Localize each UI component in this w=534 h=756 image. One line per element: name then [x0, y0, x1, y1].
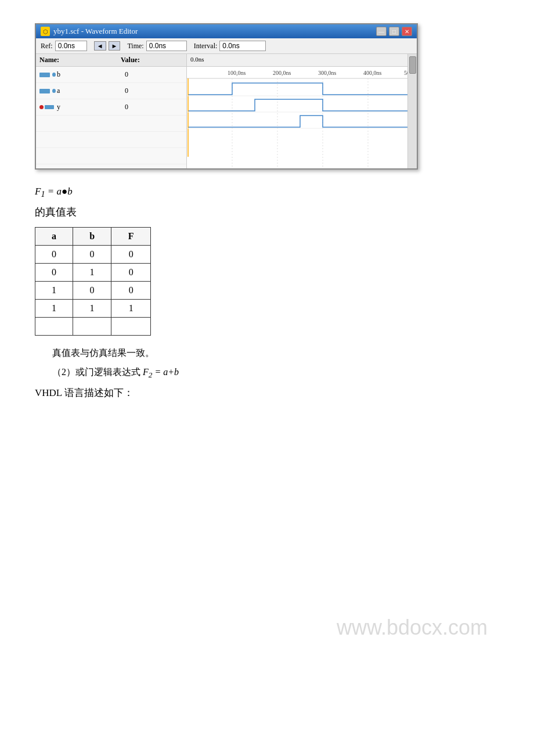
time-label: Time: [127, 42, 143, 51]
th-f: F [111, 228, 151, 246]
signal-row-y[interactable]: y 0 [36, 99, 186, 116]
next-button[interactable]: ► [109, 41, 121, 51]
or-f2-sub: 2 [149, 371, 153, 380]
table-row: 1 1 1 [35, 300, 151, 318]
or-gate-formula: F2 = a+b [143, 367, 179, 377]
truth-table-label: 的真值表 [35, 205, 499, 219]
interval-field: Interval: [194, 41, 266, 51]
ref-field: Ref: [41, 41, 87, 51]
td-empty [73, 318, 111, 336]
signal-row-empty3 [36, 148, 186, 164]
td-a: 1 [35, 300, 73, 318]
td-f: 0 [111, 246, 151, 264]
waveform-editor-window: ⬡ yby1.scf - Waveform Editor — □ ✕ Ref: … [35, 23, 418, 170]
name-col-header: Name: [39, 56, 121, 64]
signal-name-y: y [57, 103, 115, 111]
interval-label: Interval: [194, 42, 218, 51]
ref-input[interactable] [55, 41, 87, 51]
svg-text:100,0ns: 100,0ns [228, 70, 246, 76]
cursor-row: 0.0ns [187, 54, 407, 67]
signal-icon-a [39, 89, 57, 93]
signal-header: Name: Value: [36, 54, 186, 67]
signal-name-b: b [57, 70, 115, 79]
or-gate-line: （2）或门逻辑表达式 F2 = a+b [52, 366, 499, 380]
th-b: b [73, 228, 111, 246]
window-title: yby1.scf - Waveform Editor [53, 27, 138, 36]
svg-text:300,0ns: 300,0ns [318, 70, 337, 76]
td-f: 1 [111, 300, 151, 318]
signal-name-a: a [57, 87, 115, 95]
formula-f1-prefix: F1 [35, 186, 45, 197]
svg-text:500,0: 500,0 [404, 70, 407, 76]
signal-icon-b [39, 73, 57, 77]
timeline-area: 0.0ns 100,0ns 200,0ns 300,0ns 400,0ns 50… [187, 54, 407, 168]
title-controls[interactable]: — □ ✕ [376, 27, 412, 36]
scrollbar-thumb[interactable] [409, 56, 416, 74]
th-a: a [35, 228, 73, 246]
signal-value-b: 0 [115, 70, 138, 79]
minimize-button[interactable]: — [376, 27, 387, 36]
formula-f1-expr: = a●b [45, 186, 72, 197]
svg-text:400,0ns: 400,0ns [363, 70, 382, 76]
cursor-time: 0.0ns [190, 56, 204, 63]
time-field: Time: [127, 41, 186, 51]
interval-input[interactable] [219, 41, 266, 51]
table-row: 1 0 0 [35, 282, 151, 300]
maximize-button[interactable]: □ [389, 27, 399, 36]
conclusion-text: 真值表与仿真结果一致。 [52, 347, 499, 359]
svg-text:200,0ns: 200,0ns [273, 70, 291, 76]
signal-panel: Name: Value: b 0 a 0 [36, 54, 187, 168]
truth-table: a b F 0 0 0 0 1 0 1 0 0 1 1 [35, 227, 151, 336]
time-input[interactable] [146, 41, 187, 51]
title-bar: ⬡ yby1.scf - Waveform Editor — □ ✕ [36, 24, 417, 38]
signal-row-a[interactable]: a 0 [36, 83, 186, 99]
close-button[interactable]: ✕ [402, 27, 412, 36]
td-b: 1 [73, 300, 111, 318]
td-empty [35, 318, 73, 336]
title-bar-left: ⬡ yby1.scf - Waveform Editor [41, 27, 138, 36]
app-icon: ⬡ [41, 27, 50, 36]
signal-icon-y [39, 105, 57, 109]
waveform-svg: 100,0ns 200,0ns 300,0ns 400,0ns 500,0 [187, 67, 407, 168]
td-f: 0 [111, 264, 151, 282]
td-empty [111, 318, 151, 336]
content-area: F1 = a●b 的真值表 a b F 0 0 0 0 1 0 1 [35, 186, 499, 399]
table-row: 0 0 0 [35, 246, 151, 264]
table-row-empty [35, 318, 151, 336]
td-b: 0 [73, 246, 111, 264]
td-b: 0 [73, 282, 111, 300]
td-a: 0 [35, 246, 73, 264]
signal-value-y: 0 [115, 103, 138, 111]
signal-row-empty2 [36, 132, 186, 148]
signal-value-a: 0 [115, 87, 138, 95]
value-col-header: Value: [121, 56, 156, 64]
td-f: 0 [111, 282, 151, 300]
signal-row-b[interactable]: b 0 [36, 67, 186, 83]
vertical-scrollbar[interactable] [407, 54, 417, 168]
td-a: 1 [35, 282, 73, 300]
toolbar-row: Ref: ◄ ► Time: Interval: [36, 38, 417, 54]
waveform-main: Name: Value: b 0 a 0 [36, 54, 417, 168]
vhdl-label: VHDL 语言描述如下： [35, 386, 499, 399]
formula-f1: F1 = a●b [35, 186, 499, 199]
nav-buttons[interactable]: ◄ ► [94, 41, 121, 51]
td-a: 0 [35, 264, 73, 282]
or-gate-prefix: （2）或门逻辑表达式 [52, 367, 140, 377]
prev-button[interactable]: ◄ [94, 41, 106, 51]
ref-label: Ref: [41, 42, 53, 51]
signal-row-empty1 [36, 116, 186, 132]
td-b: 1 [73, 264, 111, 282]
table-row: 0 1 0 [35, 264, 151, 282]
